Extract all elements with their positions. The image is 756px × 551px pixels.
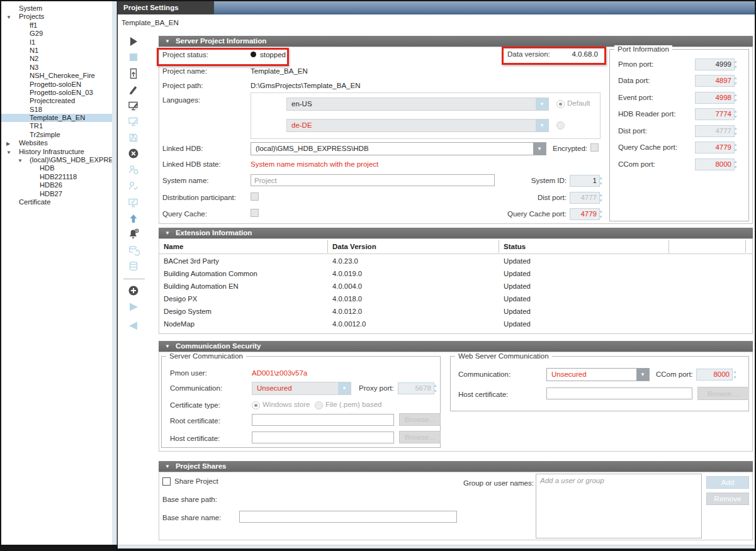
column-separator[interactable] [499,240,499,253]
notifications-button[interactable] [127,227,141,241]
tree-item-project[interactable]: ff1 [1,21,112,30]
dist-port-input-2[interactable]: 4777 [695,125,735,137]
ccom-port-input[interactable]: 8000 [695,159,735,170]
add-project-button[interactable] [127,284,141,298]
station-check-button[interactable] [127,196,141,209]
section-header-project-shares[interactable]: ▼Project Shares [159,461,753,472]
system-id-stepper[interactable]: ▲▼ [597,175,604,186]
secondary-language-dropdown[interactable]: de-DE▼ [286,119,549,132]
chevron-down-icon[interactable]: ▼ [338,382,351,394]
server-communication-dropdown[interactable]: Unsecured▼ [252,382,351,395]
web-ccom-port-stepper[interactable]: ▲▼ [731,369,738,380]
upgrade-project-button[interactable] [127,67,141,81]
sidebar-splitter[interactable] [112,1,117,545]
collapse-icon[interactable]: ▼ [165,461,170,472]
hdb-reader-port-input[interactable]: 7774 [695,108,735,120]
activate-button[interactable] [127,300,141,314]
ccom-port-stepper[interactable]: ▲▼ [732,159,739,170]
tree-item-project[interactable]: Progetto-soloEN_03 [1,89,112,97]
tree-item-websites[interactable]: ▶Websites [1,139,112,147]
tree-item-hdb[interactable]: HDB [1,164,112,172]
tree-item-hdb-server[interactable]: ▼(local)\GMS_HDB_EXPRESS [1,156,112,164]
event-port-input[interactable]: 4998 [695,92,735,104]
column-header-status[interactable]: Status [504,243,526,250]
collapse-icon[interactable]: ▼ [165,228,170,238]
proxy-port-stepper[interactable]: ▲▼ [432,382,439,394]
event-port-stepper[interactable]: ▲▼ [732,92,739,103]
edit-station-button[interactable] [127,99,141,113]
tree-item-project[interactable]: TR1 [1,122,112,130]
base-share-name-input[interactable] [239,511,457,523]
linked-hdb-dropdown[interactable]: (local)\GMS_HDB_EXPRESS\HDB▼ [251,142,546,155]
tree-item-project-selected[interactable]: Template_BA_EN [1,114,112,122]
tab-project-settings[interactable]: Project Settings [118,1,214,14]
remove-button[interactable]: Remove [706,493,749,505]
chevron-down-icon[interactable]: ▼ [536,120,548,131]
link-station-button[interactable] [127,114,141,128]
chevron-down-icon[interactable]: ▼ [636,369,649,381]
group-user-names-input[interactable] [536,474,702,538]
query-cache-port-input[interactable]: 4779 [570,208,600,220]
user-check-button[interactable] [127,179,141,193]
tree-item-project[interactable]: S18 [1,106,112,114]
encrypted-checkbox[interactable] [590,143,599,152]
tree-item-project[interactable]: Tr2simple [1,131,112,139]
distribution-participant-checkbox[interactable] [251,192,259,201]
dist-port-stepper[interactable]: ▲▼ [597,192,604,203]
windows-store-radio[interactable] [252,401,260,409]
host-certificate-input[interactable] [252,431,394,443]
user-settings-button[interactable] [127,163,141,177]
pem-file-radio[interactable] [315,401,323,409]
section-header-communication-security[interactable]: ▼Communication Security [159,341,753,352]
system-id-input[interactable]: 1 [570,175,600,187]
tree-item-hdb[interactable]: HDB27 [1,190,112,198]
tree-item-hdb[interactable]: HDB26 [1,181,112,189]
secondary-language-radio[interactable] [556,121,565,130]
query-cache-checkbox[interactable] [251,209,259,217]
edit-project-button[interactable] [127,82,141,96]
save-button[interactable] [127,131,141,145]
hdb-reader-port-stepper[interactable]: ▲▼ [732,108,739,120]
data-port-stepper[interactable]: ▲▼ [732,75,739,86]
query-cache-port-stepper-2[interactable]: ▲▼ [732,142,739,153]
chevron-down-icon[interactable]: ▼ [536,98,548,110]
start-project-button[interactable] [127,35,141,48]
data-port-input[interactable]: 4897 [695,75,735,87]
column-header-data-version[interactable]: Data Version [332,243,376,250]
tree-item-project[interactable]: Projectcreated [1,97,112,105]
history-database-button[interactable] [127,259,141,273]
add-button[interactable]: Add [706,476,749,489]
web-host-certificate-browse-button[interactable]: Browse... [697,387,748,400]
delete-project-button[interactable] [127,147,141,160]
host-certificate-browse-button[interactable]: Browse... [399,431,441,443]
column-separator[interactable] [745,240,746,253]
root-certificate-browse-button[interactable]: Browse... [399,413,441,426]
collapse-icon[interactable]: ▼ [165,36,170,47]
dist-port-stepper-2[interactable]: ▲▼ [732,125,739,136]
dist-port-input[interactable]: 4777 [570,192,600,204]
default-language-radio[interactable] [556,100,565,108]
column-separator[interactable] [669,240,669,253]
tree-item-project[interactable]: N1 [1,47,112,55]
column-header-name[interactable]: Name [164,243,183,250]
web-communication-dropdown[interactable]: Unsecured▼ [546,368,650,381]
web-host-certificate-input[interactable] [546,387,692,399]
tree-item-project[interactable]: G29 [1,30,112,38]
proxy-port-input[interactable]: 5678 [398,382,434,394]
tree-item-project[interactable]: NSH_Cherokee_Fire [1,72,112,80]
tree-item-project[interactable]: I1 [1,38,112,47]
tree-item-project[interactable]: Progetto-soloEN [1,81,112,89]
pmon-port-input[interactable]: 4999 [695,58,735,70]
tree-item-project[interactable]: N3 [1,64,112,72]
section-header-extension-information[interactable]: ▼Extension Information [159,228,753,238]
system-name-input[interactable] [251,174,495,186]
tree-item-hdb[interactable]: HDB221118 [1,173,112,181]
pmon-port-stepper[interactable]: ▲▼ [732,58,739,70]
share-project-checkbox[interactable] [162,477,171,486]
tree-item-project[interactable]: N2 [1,55,112,63]
query-cache-port-input-2[interactable]: 4779 [695,142,735,153]
previous-button[interactable] [127,319,141,333]
tree-item-system[interactable]: System [1,4,112,13]
tree-item-history-infrastructure[interactable]: ▼History Infrastructure [1,148,112,156]
tree-item-projects[interactable]: ▼Projects [1,13,112,21]
